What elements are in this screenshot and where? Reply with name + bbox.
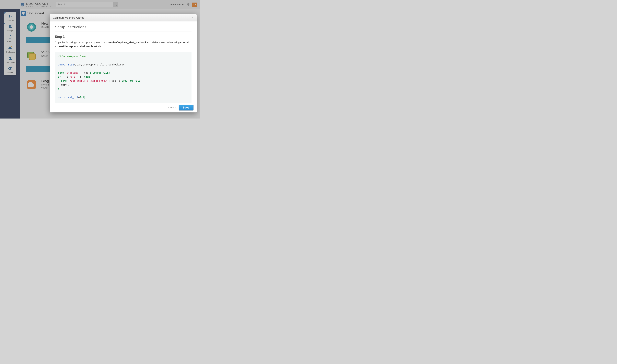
shield-icon bbox=[20, 2, 25, 7]
code-token: "${1}" bbox=[70, 75, 78, 78]
projects-icon bbox=[9, 35, 12, 39]
notification-badge[interactable]: 108 bbox=[192, 2, 197, 7]
svg-rect-11 bbox=[9, 27, 12, 28]
card-subtitle: Send N bbox=[41, 26, 49, 28]
search-icon bbox=[115, 3, 117, 6]
code-token: ${OUTPUT_FILE} bbox=[90, 71, 110, 74]
svg-line-3 bbox=[116, 5, 117, 5]
explore-icon bbox=[8, 67, 12, 70]
groups-icon bbox=[8, 25, 12, 29]
nav-item-projects[interactable]: Projects bbox=[4, 33, 16, 44]
modal-header: Configure vSphere Alarms × bbox=[50, 14, 197, 21]
modal-title: Configure vSphere Alarms bbox=[53, 16, 84, 19]
ring-icon bbox=[26, 21, 37, 33]
code-token: OUTPUT_FILE bbox=[58, 63, 74, 66]
code-token: ]; bbox=[78, 75, 84, 78]
nav-label: Groups bbox=[7, 29, 13, 32]
svg-point-2 bbox=[115, 4, 116, 5]
cancel-button[interactable]: Cancel bbox=[168, 106, 176, 109]
gear-icon bbox=[186, 3, 190, 6]
search-input[interactable] bbox=[56, 2, 113, 7]
code-line: exit 1 bbox=[58, 84, 70, 86]
svg-rect-21 bbox=[10, 58, 10, 59]
header-right: Jens Koerner 108 bbox=[169, 2, 197, 7]
svg-text:?: ? bbox=[12, 46, 12, 47]
code-token: 'Starting' bbox=[65, 71, 79, 74]
nav-label: Town Halls bbox=[6, 61, 15, 63]
svg-point-28 bbox=[24, 13, 24, 13]
section-title: Setup Instructions bbox=[55, 25, 192, 31]
challenges-icon: ? bbox=[8, 46, 12, 50]
code-token: | tee -a bbox=[107, 79, 121, 82]
search-button[interactable] bbox=[113, 2, 118, 7]
svg-marker-19 bbox=[9, 57, 12, 58]
svg-point-14 bbox=[9, 47, 10, 48]
svg-point-1 bbox=[23, 4, 23, 5]
svg-rect-20 bbox=[9, 58, 9, 59]
svg-point-9 bbox=[9, 25, 10, 27]
settings-button[interactable] bbox=[186, 3, 190, 7]
code-token: ${OUTPUT_FILE} bbox=[121, 79, 142, 82]
svg-rect-13 bbox=[10, 35, 11, 36]
nav-label: Projects bbox=[7, 40, 13, 42]
svg-rect-22 bbox=[10, 58, 11, 59]
code-token: echo bbox=[58, 79, 67, 82]
svg-point-31 bbox=[30, 26, 33, 29]
code-token bbox=[67, 79, 68, 82]
svg-point-27 bbox=[23, 13, 23, 13]
svg-rect-23 bbox=[11, 58, 12, 59]
desc-path: /usr/bin/vsphere_alert_webhook.sh bbox=[108, 41, 150, 44]
card-subtitle: If you h bbox=[41, 84, 49, 86]
code-token: [ -z bbox=[61, 75, 69, 78]
code-token: fi bbox=[58, 88, 61, 91]
user-name[interactable]: Jens Koerner bbox=[169, 3, 184, 6]
code-token: then bbox=[84, 75, 90, 78]
code-token: 'Must supply a webhook URL' bbox=[68, 79, 107, 82]
code-token: | tee bbox=[80, 71, 90, 74]
blogger-icon bbox=[26, 79, 37, 90]
nav-item-townhalls[interactable]: Town Halls bbox=[4, 55, 16, 65]
step-description: Copy the following shell script and past… bbox=[55, 41, 192, 48]
code-line: #!/usr/bin/env bash bbox=[58, 55, 85, 58]
code-token: socialcast_url bbox=[58, 96, 78, 99]
card-title: vSph bbox=[41, 50, 50, 54]
desc-text: Copy the following shell script and past… bbox=[55, 41, 108, 44]
svg-rect-24 bbox=[9, 59, 12, 60]
brand-subtitle: VMWARE COMMUNITY bbox=[26, 5, 51, 7]
code-token: if bbox=[58, 75, 61, 78]
step-title: Step 1 bbox=[55, 35, 192, 39]
app-title-icon bbox=[21, 11, 26, 16]
townhalls-icon bbox=[8, 57, 12, 60]
nav-label: Challenges bbox=[5, 51, 15, 53]
app-title: Socialcast bbox=[27, 11, 44, 15]
nav-item-groups[interactable]: Groups bbox=[4, 23, 16, 33]
card-title: New bbox=[41, 21, 49, 26]
close-icon: × bbox=[192, 16, 194, 19]
save-button[interactable]: Save bbox=[179, 105, 194, 110]
svg-point-4 bbox=[9, 15, 10, 16]
modal-close-button[interactable]: × bbox=[192, 16, 194, 19]
desc-text: . Make it executable using bbox=[150, 41, 180, 44]
card-subtitle2: your b bbox=[41, 87, 49, 89]
svg-point-10 bbox=[10, 25, 12, 27]
modal-configure-alarms: Configure vSphere Alarms × Setup Instruc… bbox=[50, 14, 197, 112]
code-token: = bbox=[78, 96, 79, 99]
search-box bbox=[56, 2, 118, 7]
nav-item-challenges[interactable]: ? Challenges bbox=[4, 44, 16, 55]
brand-logo[interactable]: SOCIALCAST VMWARE COMMUNITY bbox=[20, 2, 51, 7]
svg-rect-5 bbox=[9, 16, 11, 17]
svg-rect-33 bbox=[29, 54, 35, 60]
card-title: Blog bbox=[41, 79, 49, 83]
code-token: ${1} bbox=[80, 96, 86, 99]
streams-icon bbox=[8, 14, 12, 18]
card-subtitle: Send v bbox=[41, 55, 50, 57]
desc-text: . bbox=[101, 45, 102, 48]
nav-item-explore[interactable]: Explore bbox=[4, 65, 16, 75]
nav-item-streams[interactable]: Streams bbox=[4, 13, 16, 23]
vsphere-icon bbox=[26, 50, 37, 62]
brand-name: SOCIALCAST bbox=[26, 2, 51, 6]
svg-rect-16 bbox=[9, 48, 12, 49]
nav-label: Streams bbox=[7, 19, 13, 21]
code-block[interactable]: #!/usr/bin/env bash OUTPUT_FILE=/var/tmp… bbox=[55, 52, 192, 103]
svg-point-26 bbox=[10, 67, 12, 69]
